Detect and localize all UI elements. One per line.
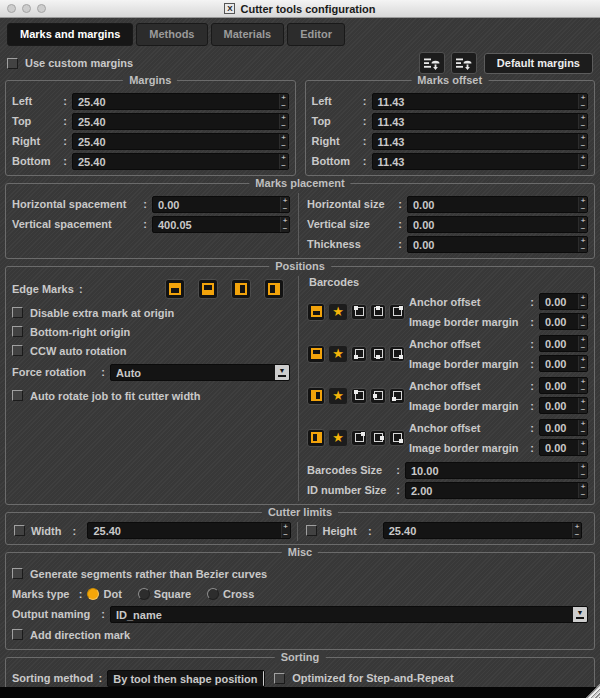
- spin-down-icon[interactable]: −: [280, 142, 288, 150]
- default-margins-button[interactable]: Default margins: [484, 53, 593, 74]
- barcode-edge-top-toggle[interactable]: [307, 303, 325, 321]
- barcode-pos-top-center-button[interactable]: [370, 304, 386, 320]
- barcode-pos-right-bottom-button[interactable]: [389, 430, 405, 446]
- barcode-pos-top-right-button[interactable]: [389, 304, 405, 320]
- image-border-margin-left-field[interactable]: 0.00 +−: [539, 397, 588, 414]
- margins-right-field[interactable]: 25.40 +−: [72, 133, 289, 150]
- barcode-pos-left-center-button[interactable]: [370, 388, 386, 404]
- barcode-edge-left-toggle[interactable]: [307, 387, 325, 405]
- edge-mark-top-toggle[interactable]: [165, 279, 185, 299]
- barcode-star-left-toggle[interactable]: ★: [328, 387, 348, 405]
- auto-rotate-checkbox[interactable]: [12, 390, 23, 401]
- dropdown-arrow-icon[interactable]: ▼: [573, 607, 587, 622]
- dot-radio[interactable]: [87, 588, 99, 600]
- tab-materials[interactable]: Materials: [211, 23, 285, 46]
- cross-radio[interactable]: [207, 588, 219, 600]
- image-border-margin-top-field[interactable]: 0.00 +−: [539, 313, 588, 330]
- anchor-offset-right-field[interactable]: 0.00 +−: [539, 419, 588, 436]
- cutter-width-field[interactable]: 25.40 +−: [87, 522, 290, 539]
- barcode-star-bottom-toggle[interactable]: ★: [328, 345, 348, 363]
- optimized-step-repeat-checkbox[interactable]: [274, 673, 285, 684]
- tab-editor[interactable]: Editor: [287, 23, 345, 46]
- spin-down-icon[interactable]: −: [579, 162, 587, 170]
- horizontal-spacement-field[interactable]: 0.00 +−: [152, 196, 290, 213]
- load-margins-preset-button[interactable]: [419, 52, 445, 74]
- spin-down-icon[interactable]: −: [281, 205, 289, 213]
- close-button[interactable]: [7, 4, 16, 13]
- spin-down-icon[interactable]: −: [280, 102, 288, 110]
- spin-down-icon[interactable]: −: [579, 142, 587, 150]
- tab-methods[interactable]: Methods: [136, 23, 207, 46]
- spin-down-icon[interactable]: −: [579, 322, 587, 330]
- anchor-offset-top-field[interactable]: 0.00 +−: [539, 293, 588, 310]
- force-rotation-dropdown[interactable]: Auto ▼: [110, 364, 290, 381]
- barcode-pos-bottom-center-button[interactable]: [370, 346, 386, 362]
- horizontal-size-field[interactable]: 0.00 +−: [407, 196, 588, 213]
- barcode-edge-bottom-toggle[interactable]: [307, 345, 325, 363]
- marks-offset-bottom-field[interactable]: 11.43 +−: [372, 153, 589, 170]
- barcode-pos-right-top-button[interactable]: [351, 430, 367, 446]
- spin-down-icon[interactable]: −: [579, 364, 587, 372]
- spin-down-icon[interactable]: −: [579, 428, 587, 436]
- margins-left-field[interactable]: 25.40 +−: [72, 93, 289, 110]
- edge-mark-bottom-toggle[interactable]: [198, 279, 218, 299]
- spin-down-icon[interactable]: −: [281, 225, 289, 233]
- disable-extra-mark-checkbox[interactable]: [12, 307, 23, 318]
- anchor-offset-bottom-field[interactable]: 0.00 +−: [539, 335, 588, 352]
- barcode-pos-bottom-left-button[interactable]: [351, 346, 367, 362]
- spin-down-icon[interactable]: −: [282, 531, 290, 539]
- cutter-width-checkbox[interactable]: [14, 525, 25, 536]
- spin-down-icon[interactable]: −: [579, 225, 587, 233]
- vertical-spacement-field[interactable]: 400.05 +−: [152, 216, 290, 233]
- marks-offset-top-field[interactable]: 11.43 +−: [372, 113, 589, 130]
- barcode-star-top-toggle[interactable]: ★: [328, 303, 348, 321]
- use-custom-margins-checkbox[interactable]: [7, 58, 18, 69]
- bottom-right-origin-checkbox[interactable]: [12, 326, 23, 337]
- spin-down-icon[interactable]: −: [573, 531, 581, 539]
- spin-down-icon[interactable]: −: [280, 162, 288, 170]
- dropdown-arrow-icon[interactable]: ▼: [263, 671, 266, 686]
- marks-offset-left-field[interactable]: 11.43 +−: [372, 93, 589, 110]
- barcode-pos-right-center-button[interactable]: [370, 430, 386, 446]
- spin-down-icon[interactable]: −: [579, 245, 587, 253]
- spin-down-icon[interactable]: −: [579, 406, 587, 414]
- thickness-field[interactable]: 0.00 +−: [407, 236, 588, 253]
- barcodes-size-field[interactable]: 10.00 +−: [405, 462, 588, 479]
- barcode-edge-right-toggle[interactable]: [307, 429, 325, 447]
- spin-down-icon[interactable]: −: [280, 122, 288, 130]
- ccw-auto-rotation-checkbox[interactable]: [12, 345, 23, 356]
- tab-marks-and-margins[interactable]: Marks and margins: [7, 23, 133, 46]
- minimize-button[interactable]: [22, 4, 31, 13]
- spin-down-icon[interactable]: −: [579, 491, 587, 499]
- image-border-margin-right-field[interactable]: 0.00 +−: [539, 439, 588, 456]
- barcode-pos-top-left-button[interactable]: [351, 304, 367, 320]
- cutter-height-checkbox[interactable]: [306, 525, 317, 536]
- barcode-pos-bottom-right-button[interactable]: [389, 346, 405, 362]
- spin-down-icon[interactable]: −: [579, 448, 587, 456]
- spin-down-icon[interactable]: −: [579, 302, 587, 310]
- barcode-pos-left-top-button[interactable]: [351, 388, 367, 404]
- dropdown-arrow-icon[interactable]: ▼: [275, 365, 289, 380]
- edge-mark-left-toggle[interactable]: [231, 279, 251, 299]
- vertical-size-field[interactable]: 0.00 +−: [407, 216, 588, 233]
- barcode-pos-left-bottom-button[interactable]: [389, 388, 405, 404]
- image-border-margin-bottom-field[interactable]: 0.00 +−: [539, 355, 588, 372]
- square-radio[interactable]: [138, 588, 150, 600]
- id-number-size-field[interactable]: 2.00 +−: [405, 482, 588, 499]
- generate-segments-checkbox[interactable]: [12, 568, 23, 579]
- margins-top-field[interactable]: 25.40 +−: [72, 113, 289, 130]
- cutter-height-field[interactable]: 25.40 +−: [383, 522, 582, 539]
- spin-down-icon[interactable]: −: [579, 471, 587, 479]
- spin-down-icon[interactable]: −: [579, 122, 587, 130]
- margins-bottom-field[interactable]: 25.40 +−: [72, 153, 289, 170]
- anchor-offset-left-field[interactable]: 0.00 +−: [539, 377, 588, 394]
- barcode-star-right-toggle[interactable]: ★: [328, 429, 348, 447]
- spin-down-icon[interactable]: −: [579, 205, 587, 213]
- edge-mark-right-toggle[interactable]: [264, 279, 284, 299]
- spin-down-icon[interactable]: −: [579, 386, 587, 394]
- output-naming-dropdown[interactable]: ID_name ▼: [110, 606, 588, 623]
- spin-down-icon[interactable]: −: [579, 344, 587, 352]
- sorting-method-dropdown[interactable]: By tool then shape position ▼: [107, 670, 265, 687]
- add-direction-mark-checkbox[interactable]: [12, 629, 23, 640]
- zoom-button[interactable]: [37, 4, 46, 13]
